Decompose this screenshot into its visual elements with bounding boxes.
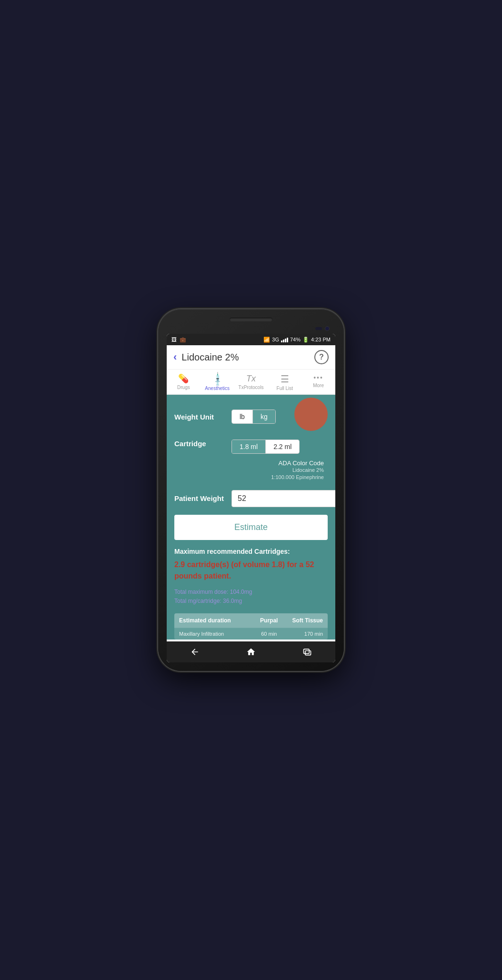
fulllist-icon: ☰: [281, 374, 289, 384]
more-icon: •••: [313, 374, 323, 381]
signal-bar-4: [287, 338, 288, 342]
signal-bar-1: [281, 340, 282, 342]
weight-unit-selector: lb kg: [231, 410, 276, 424]
app-header: ‹ Lidocaine 2% ?: [167, 345, 335, 370]
phone-camera: [325, 326, 330, 331]
cartridge-selector: 1.8 ml 2.2 ml: [231, 440, 300, 454]
drugs-icon: 💊: [178, 374, 189, 383]
cartridge-label: Cartridge: [174, 440, 231, 448]
phone-camera-row: [167, 326, 335, 331]
signal-bar-2: [283, 340, 284, 342]
cartridge-result: 2.9 cartridge(s) (of volume 1.8) for a 5…: [174, 559, 328, 582]
estimate-button[interactable]: Estimate: [174, 515, 328, 540]
patient-weight-row: Patient Weight: [174, 490, 328, 507]
battery-icon: 🔋: [302, 337, 309, 343]
row-soft-tissue: 170 min: [287, 631, 323, 637]
status-right-info: 📶 3G 74% 🔋 4:23 PM: [263, 337, 331, 343]
tab-more-label: More: [313, 383, 324, 388]
purpal-col-header: Purpal: [251, 617, 287, 624]
tab-fulllist-label: Full List: [277, 386, 293, 391]
tab-drugs-label: Drugs: [177, 385, 190, 390]
battery-level: 74%: [290, 337, 301, 342]
ada-color-label: ADA Color Code: [231, 460, 324, 467]
duration-col-header: Estimated duration: [179, 617, 251, 624]
status-left-icons: 🖼 💼: [171, 337, 186, 343]
tab-txprotocols-label: TxProtocols: [239, 385, 264, 390]
ada-color-sublabel: Lidocaine 2%1:100.000 Epinephrine: [231, 467, 324, 481]
phone-screen: 🖼 💼 📶 3G 74% 🔋 4:23 PM ‹ Lidocaine 2%: [167, 334, 335, 662]
phone-bottom-nav: [167, 641, 335, 662]
results-section: Maximum recommended Cartridges: 2.9 cart…: [174, 548, 328, 640]
tab-txprotocols[interactable]: Tx TxProtocols: [234, 373, 268, 392]
weight-unit-label: Weight Unit: [174, 413, 231, 421]
duration-table-header: Estimated duration Purpal Soft Tissue: [174, 613, 328, 628]
tab-more[interactable]: ••• More: [301, 373, 335, 392]
phone-sensor: [315, 327, 322, 330]
total-mg-cartridge: Total mg/cartridge: 36.0mg: [174, 597, 328, 606]
signal-bar-3: [285, 339, 286, 342]
help-button[interactable]: ?: [314, 350, 329, 364]
signal-bars: [281, 337, 288, 342]
tab-fulllist[interactable]: ☰ Full List: [268, 373, 301, 392]
phone-device: 🖼 💼 📶 3G 74% 🔋 4:23 PM ‹ Lidocaine 2%: [158, 309, 344, 671]
recents-nav-button[interactable]: [299, 646, 316, 658]
home-nav-button[interactable]: [242, 646, 260, 658]
network-type: 3G: [272, 337, 279, 342]
patient-weight-label: Patient Weight: [174, 494, 231, 502]
weight-unit-row: Weight Unit lb kg: [174, 402, 328, 431]
cartridge-2-2-button[interactable]: 2.2 ml: [266, 440, 299, 453]
row-purpal: 60 min: [251, 631, 287, 637]
page-title: Lidocaine 2%: [181, 352, 314, 363]
back-nav-button[interactable]: [186, 646, 203, 658]
svg-rect-0: [304, 649, 310, 653]
soft-tissue-col-header: Soft Tissue: [287, 617, 323, 624]
max-cartridges-label: Maximum recommended Cartridges:: [174, 548, 328, 555]
txprotocols-icon: Tx: [246, 374, 256, 383]
dose-info: Total maximum dose: 104.0mg Total mg/car…: [174, 588, 328, 606]
ada-color-circle: [294, 398, 328, 431]
main-content: Weight Unit lb kg Cartridge 1.8 ml 2.2 m…: [167, 395, 335, 640]
briefcase-icon: 💼: [180, 337, 186, 343]
phone-speaker: [230, 318, 272, 321]
total-max-dose: Total maximum dose: 104.0mg: [174, 588, 328, 597]
clock: 4:23 PM: [311, 337, 331, 342]
patient-weight-input[interactable]: [231, 490, 335, 507]
weight-lb-button[interactable]: lb: [232, 410, 253, 423]
table-row: Maxillary Infiltration 60 min 170 min: [174, 628, 328, 640]
wifi-icon: 📶: [263, 337, 270, 343]
anesthetics-icon: 💉: [210, 371, 225, 387]
cartridge-row: Cartridge 1.8 ml 2.2 ml ADA Color Code L…: [174, 440, 328, 481]
duration-table: Estimated duration Purpal Soft Tissue Ma…: [174, 613, 328, 640]
nav-tabs: 💊 Drugs 💉 Anesthetics Tx TxProtocols ☰ F…: [167, 370, 335, 395]
weight-kg-button[interactable]: kg: [253, 410, 275, 423]
cartridge-1-8-button[interactable]: 1.8 ml: [232, 440, 266, 453]
row-type: Maxillary Infiltration: [179, 631, 251, 637]
back-button[interactable]: ‹: [173, 352, 177, 362]
status-bar: 🖼 💼 📶 3G 74% 🔋 4:23 PM: [167, 334, 335, 345]
tab-anesthetics[interactable]: 💉 Anesthetics: [201, 373, 234, 392]
photo-icon: 🖼: [171, 337, 177, 342]
tab-drugs[interactable]: 💊 Drugs: [167, 373, 201, 392]
svg-rect-1: [305, 651, 311, 655]
